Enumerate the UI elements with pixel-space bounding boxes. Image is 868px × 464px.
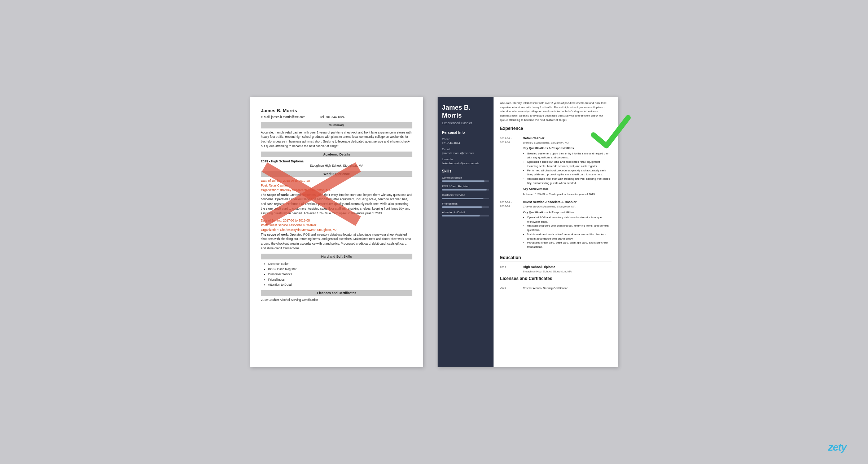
skill-name-1: POS / Cash Register — [442, 185, 489, 188]
right-cert-row: 2019 Cashier Alcohol Serving Certificati… — [500, 286, 611, 290]
right-cert-text: Cashier Alcohol Serving Certification — [523, 286, 568, 290]
right-job2-detail: Guest Service Associate & Cashier Charle… — [523, 200, 611, 251]
right-resume: James B. Morris Experienced Cashier Pers… — [438, 97, 618, 367]
left-licenses-header: Licenses and Certificates — [261, 290, 412, 296]
skill-bar-fill-2 — [442, 198, 483, 199]
right-name: James B. Morris — [442, 104, 489, 119]
right-main: Accurate, friendly retail cashier with o… — [494, 97, 618, 367]
left-edu-school: Stoughton High School, Stoughton, MA — [261, 164, 412, 168]
left-skills-header: Hard and Soft Skills — [261, 254, 412, 260]
skill-item-4: Attention to Detail — [442, 211, 489, 216]
skill-item-1: POS / Cash Register — [442, 185, 489, 191]
right-edu-detail: High School Diploma Stoughton High Schoo… — [523, 265, 572, 273]
list-item: Operated a checkout lane and associated … — [527, 160, 611, 168]
skill-bar-fill-1 — [442, 189, 487, 191]
skill-bar-fill-0 — [442, 180, 485, 182]
list-item: Assisted shoppers with checking out, ret… — [527, 224, 611, 232]
left-job1: Date of Joining: 2018-06 to 2019-10 Post… — [261, 179, 412, 215]
list-item: Communication — [268, 261, 412, 266]
zety-logo: zety — [828, 442, 846, 453]
left-name: James B. Morris — [261, 108, 412, 114]
right-job1-achievement: Achieved 1.5% Blue Card upsell in the en… — [523, 192, 611, 196]
left-skills-list: Communication POS / Cash Register Custom… — [261, 261, 412, 287]
right-job1-kq: Key Qualifications & Responsibilities — [523, 146, 611, 150]
left-job1-date-line: Date of Joining: 2018-06 to 2019-10 — [261, 179, 412, 183]
list-item: Greeted customers upon their entry into … — [527, 152, 611, 160]
list-item: Attention to Detail — [268, 282, 412, 287]
right-sidebar: James B. Morris Experienced Cashier Pers… — [438, 97, 494, 367]
left-job1-post: Post: Retail Cashier — [261, 183, 412, 188]
right-job1-detail: Retail Cashier Brantley Supercenter, Sto… — [523, 136, 611, 196]
left-tel: Tel: 781-344-1824 — [320, 115, 345, 119]
list-item: Performed all checkout procedures quickl… — [527, 168, 611, 177]
right-job2-title: Guest Service Associate & Cashier — [523, 200, 611, 205]
right-job1-bullets: Greeted customers upon their entry into … — [523, 152, 611, 185]
left-edu-title: 2019 - High School Diploma — [261, 159, 412, 164]
right-edu-year: 2019 — [500, 266, 520, 273]
skill-bar-fill-3 — [442, 206, 482, 208]
list-item: Operated POS and inventory database loca… — [527, 215, 611, 224]
left-contact: E-Mail: james.b.morris@me.com Tel: 781-3… — [261, 115, 412, 119]
skill-name-4: Attention to Detail — [442, 211, 489, 214]
left-summary-header: Summary — [261, 122, 412, 128]
skill-bar-bg-3 — [442, 206, 489, 208]
skill-bar-bg-0 — [442, 180, 489, 182]
right-linkedin: linkedin.com/in/jamesbmorris — [442, 162, 489, 165]
right-skills-header: Skills — [442, 169, 489, 173]
left-job1-scope: The scope of work: Greeted customers upo… — [261, 193, 412, 216]
right-job2-bullets: Operated POS and inventory database loca… — [523, 215, 611, 249]
right-job1-company: Brantley Supercenter, Stoughton, MA — [523, 141, 611, 145]
left-job2-scope: The scope of work: Operated POS and inve… — [261, 232, 412, 251]
left-job2-org: Organization: Charles Boykin Menswear, S… — [261, 228, 412, 232]
right-experience-heading: Experience — [500, 126, 611, 133]
right-email-label: E-mail — [442, 148, 489, 151]
right-linkedin-label: LinkedIn — [442, 158, 489, 161]
left-cert-text: 2019 Cashier Alcohol Serving Certificati… — [261, 298, 412, 302]
right-phone-label: Phone — [442, 137, 489, 141]
right-education-heading: Education — [500, 255, 611, 262]
left-email: E-Mail: james.b.morris@me.com — [261, 115, 305, 119]
skill-bar-bg-4 — [442, 215, 489, 216]
right-job1-dates: 2018-06 - 2019-10 — [500, 137, 520, 196]
skill-name-3: Friendliness — [442, 202, 489, 205]
right-job2-dates: 2017-06 - 2018-06 — [500, 201, 520, 251]
right-cert-year: 2019 — [500, 286, 520, 290]
right-phone: 781-344-1824 — [442, 141, 489, 145]
right-job1-achievement-label: Key Achievements — [523, 187, 611, 191]
right-job2-kq: Key Qualifications & Responsibilities — [523, 210, 611, 215]
right-job2: 2017-06 - 2018-06 Guest Service Associat… — [500, 200, 611, 251]
right-job1-title: Retail Cashier — [523, 136, 611, 141]
skill-name-2: Customer Service — [442, 193, 489, 197]
left-job2: Date of Joining: 2017-06 to 2018-08 Post… — [261, 218, 412, 250]
right-email: james.b.morris@me.com — [442, 152, 489, 155]
list-item: Maintained neat and clutter-free work ar… — [527, 232, 611, 241]
skill-bar-bg-1 — [442, 189, 489, 191]
right-job1: 2018-06 - 2019-10 Retail Cashier Brantle… — [500, 136, 611, 196]
left-job2-post: Post: Guest Service Associate & Cashier — [261, 223, 412, 228]
right-summary: Accurate, friendly retail cashier with o… — [500, 101, 611, 122]
skill-item-2: Customer Service — [442, 193, 489, 199]
list-item: Customer Service — [268, 272, 412, 277]
right-personal-header: Personal Info — [442, 131, 489, 135]
right-title: Experienced Cashier — [442, 121, 489, 125]
left-resume: James B. Morris E-Mail: james.b.morris@m… — [250, 97, 423, 367]
right-edu-title: High School Diploma — [523, 265, 572, 270]
left-summary-text: Accurate, friendly retail cashier with o… — [261, 130, 412, 149]
skill-bar-fill-4 — [442, 215, 480, 216]
right-edu-school: Stoughton High School, Stoughton, MA — [523, 270, 572, 273]
skill-bar-bg-2 — [442, 198, 489, 199]
list-item: POS / Cash Register — [268, 267, 412, 272]
right-job2-company: Charles Boykin Menswear, Stoughton, MA — [523, 205, 611, 209]
left-job1-org: Organization: Brantley Supercenter, Stou… — [261, 188, 412, 193]
skill-name-0: Communication — [442, 176, 489, 179]
left-academic-header: Academic Details — [261, 152, 412, 158]
list-item: Friendliness — [268, 277, 412, 282]
right-licenses-heading: Licenses and Certificates — [500, 276, 611, 283]
skill-item-0: Communication — [442, 176, 489, 182]
skill-item-3: Friendliness — [442, 202, 489, 208]
right-edu-row: 2019 High School Diploma Stoughton High … — [500, 265, 611, 273]
list-item: Assisted sales floor staff with stocking… — [527, 177, 611, 185]
list-item: Processed credit card, debit card, cash,… — [527, 241, 611, 249]
left-work-header: Work Experience — [261, 171, 412, 177]
left-job2-date-line: Date of Joining: 2017-06 to 2018-08 — [261, 218, 412, 223]
